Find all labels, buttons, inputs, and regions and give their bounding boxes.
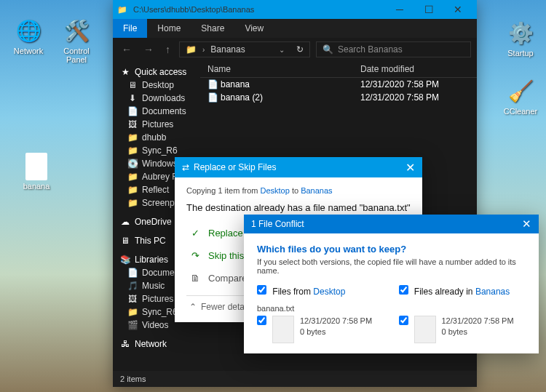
checkbox[interactable]: [257, 285, 266, 295]
desktop-icon-banana[interactable]: banana: [15, 153, 58, 191]
pc-icon: 🖥: [120, 236, 130, 246]
conflict-subtext: If you select both versions, the copied …: [257, 257, 526, 275]
file-date: 12/31/2020 7:58 PM: [360, 79, 470, 89]
item-count: 2 items: [120, 375, 146, 383]
icon-label: CCleaner: [499, 107, 542, 116]
dialog-title: 1 File Conflict: [251, 219, 304, 229]
close-button[interactable]: ✕: [443, 4, 472, 15]
nav-bar: ← → ↑ 📁 › Bananas ⌄ ↻ 🔍 Search Bananas: [113, 38, 477, 61]
controlpanel-icon: 🛠️: [62, 16, 91, 45]
folder-icon: 📁: [127, 145, 138, 156]
file-row[interactable]: 📄 banana (2) 12/31/2020 7:58 PM: [200, 91, 477, 104]
col-date[interactable]: Date modified: [360, 64, 470, 74]
file-conflict-dialog: 1 File Conflict ✕ Which files do you wan…: [244, 215, 539, 353]
forward-button[interactable]: →: [141, 44, 157, 55]
tab-share[interactable]: Share: [191, 19, 234, 38]
chevron-down-icon[interactable]: ⌄: [277, 46, 286, 54]
folder-icon: 📁: [127, 307, 138, 317]
close-button[interactable]: ✕: [522, 217, 531, 231]
files-in-checkbox[interactable]: Files already in Bananas: [399, 285, 526, 297]
ribbon: File Home Share View: [113, 19, 477, 38]
file-date: 12/31/2020 7:58 PM: [360, 92, 470, 103]
arrows-icon: ⇄: [182, 162, 189, 172]
folder-icon: 📁: [186, 44, 197, 55]
file-thumbnail-icon: [272, 316, 294, 343]
folder-icon: 📁: [127, 185, 138, 195]
tab-file[interactable]: File: [113, 19, 147, 38]
music-icon: 🎵: [127, 281, 138, 291]
refresh-button[interactable]: ↻: [296, 44, 304, 55]
conflict-filename: banana.txt: [257, 304, 526, 313]
folder-icon: 📁: [117, 5, 127, 15]
desktop-icon-ccleaner[interactable]: 🧹 CCleaner: [499, 76, 542, 116]
sidebar-item-downloads[interactable]: ⬇Downloads: [113, 92, 200, 105]
file-version-src[interactable]: 12/31/2020 7:58 PM 0 bytes: [257, 316, 384, 343]
col-name[interactable]: Name: [207, 64, 360, 74]
back-button[interactable]: ←: [119, 44, 135, 55]
document-icon: 📄: [127, 106, 138, 116]
textfile-icon: [25, 153, 47, 180]
ccleaner-icon: 🧹: [506, 76, 535, 105]
minimize-button[interactable]: ─: [385, 4, 414, 15]
file-row[interactable]: 📄 banana 12/31/2020 7:58 PM: [200, 78, 477, 91]
src-link[interactable]: Desktop: [313, 287, 345, 297]
checkbox[interactable]: [257, 316, 266, 325]
file-thumbnail-icon: [414, 316, 436, 343]
globe-icon: 🌐: [14, 16, 43, 45]
folder-icon: 📁: [127, 198, 138, 208]
maximize-button[interactable]: ☐: [414, 4, 443, 15]
tab-view[interactable]: View: [234, 19, 274, 38]
src-link[interactable]: Desktop: [260, 186, 289, 195]
skip-icon: ↷: [189, 250, 201, 261]
folder-icon: 📁: [127, 172, 138, 182]
sidebar-network[interactable]: 🖧Network: [113, 337, 200, 351]
star-icon: ★: [120, 67, 130, 77]
dst-link[interactable]: Bananas: [475, 287, 510, 297]
desktop-icon-network[interactable]: 🌐 Network: [7, 16, 50, 55]
file-date: 12/31/2020 7:58 PM: [300, 316, 372, 327]
desktop-icon-startup[interactable]: ⚙️ Startup: [499, 18, 542, 57]
copying-text: Copying 1 item from Desktop to Bananas: [186, 186, 411, 195]
statusbar: 2 items: [113, 371, 477, 387]
sidebar-item-documents[interactable]: 📄Documents: [113, 105, 200, 118]
icon-label: banana: [15, 182, 58, 191]
dialog-titlebar[interactable]: 1 File Conflict ✕: [244, 215, 539, 233]
desktop-icon-control-panel[interactable]: 🛠️ Control Panel: [55, 16, 98, 64]
titlebar[interactable]: 📁 C:\Users\dhubb\Desktop\Bananas ─ ☐ ✕: [113, 0, 477, 19]
sidebar-item-pictures[interactable]: 🖼Pictures: [113, 118, 200, 131]
checkbox[interactable]: [399, 285, 408, 295]
breadcrumb[interactable]: 📁 › Bananas ⌄ ↻: [179, 41, 310, 57]
search-input[interactable]: 🔍 Search Bananas: [316, 41, 471, 57]
sidebar-item-desktop[interactable]: 🖥Desktop: [113, 79, 200, 92]
tab-home[interactable]: Home: [147, 19, 191, 38]
up-button[interactable]: ↑: [162, 44, 173, 55]
dst-link[interactable]: Bananas: [301, 186, 332, 195]
column-headers: Name Date modified: [200, 61, 477, 78]
title-path: C:\Users\dhubb\Desktop\Bananas: [133, 5, 254, 14]
textfile-icon: 📄: [207, 92, 221, 103]
breadcrumb-segment[interactable]: Bananas: [210, 44, 245, 55]
download-icon: ⬇: [127, 93, 138, 103]
icon-label: Network: [7, 47, 50, 55]
picture-icon: 🖼: [127, 119, 138, 129]
close-button[interactable]: ✕: [405, 161, 415, 175]
gear-icon: ⚙️: [506, 18, 535, 47]
file-version-dst[interactable]: 12/31/2020 7:58 PM 0 bytes: [399, 316, 526, 343]
conflict-question: Which files do you want to keep?: [257, 244, 526, 255]
network-icon: 🖧: [120, 339, 130, 349]
files-from-checkbox[interactable]: Files from Desktop: [257, 285, 384, 297]
drive-icon: 💽: [127, 159, 138, 169]
sidebar-item-dhubb[interactable]: 📁dhubb: [113, 131, 200, 144]
compare-icon: 🗎: [189, 273, 201, 284]
sidebar-quick-access[interactable]: ★Quick access: [113, 65, 200, 79]
chevron-right-icon: ›: [201, 46, 206, 54]
picture-icon: 🖼: [127, 294, 138, 304]
checkbox[interactable]: [399, 316, 408, 325]
dialog-titlebar[interactable]: ⇄ Replace or Skip Files ✕: [175, 157, 422, 177]
file-size: 0 bytes: [300, 327, 372, 337]
icon-label: Startup: [499, 49, 542, 57]
textfile-icon: 📄: [207, 79, 221, 89]
sidebar-item-sync[interactable]: 📁Sync_R6: [113, 144, 200, 157]
document-icon: 📄: [127, 268, 138, 278]
library-icon: 📚: [120, 255, 130, 265]
